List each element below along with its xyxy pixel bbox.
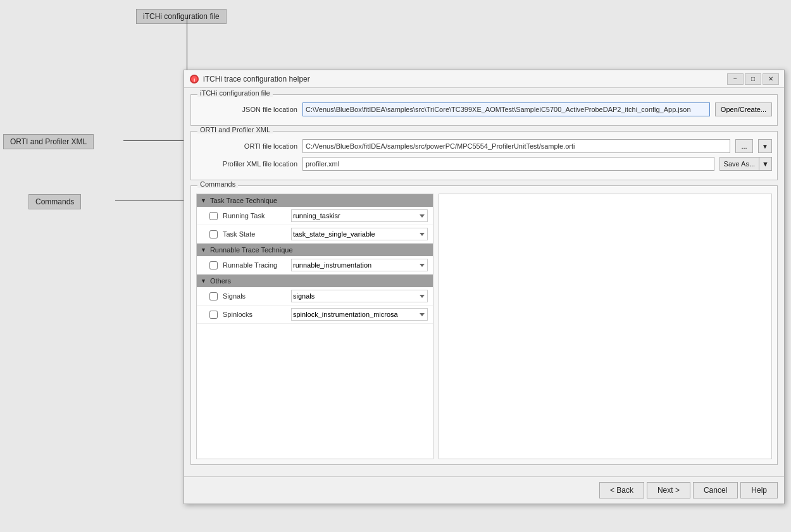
task-trace-group-label: Task Trace Technique [210,197,277,204]
runnable-trace-expand-icon: ▼ [201,247,206,253]
task-trace-group-header[interactable]: ▼ Task Trace Technique [197,194,433,207]
commands-tree-panel: ▼ Task Trace Technique Running Task runn… [196,194,433,459]
config-file-section: iTCHi configuration file JSON file locat… [190,94,778,126]
next-button[interactable]: Next > [647,482,690,498]
dialog-title: iTCHi trace configuration helper [203,75,310,84]
running-task-checkbox[interactable] [209,212,218,220]
others-group-header[interactable]: ▼ Others [197,275,433,287]
save-as-arrow-icon[interactable]: ▼ [759,158,771,170]
runnable-trace-group-header[interactable]: ▼ Runnable Trace Technique [197,244,433,256]
callout-commands: Commands [28,194,81,209]
runnable-tracing-select[interactable]: runnable_instrumentation [291,259,428,271]
commands-section: Commands ▼ Task Trace Technique Running … [190,185,778,465]
dialog-controls: − □ ✕ [727,73,779,85]
spinlocks-checkbox[interactable] [209,311,218,319]
json-file-row: JSON file location Open/Create... [196,102,772,116]
maximize-button[interactable]: □ [745,73,761,85]
app-icon: i [189,74,199,84]
orti-file-label: ORTI file location [196,142,297,150]
profiler-file-row: Profiler XML file location Save As... ▼ [196,157,772,171]
config-file-content: JSON file location Open/Create... [191,95,777,125]
open-create-button[interactable]: Open/Create... [715,102,772,116]
callout-config-file: iTCHi configuration file [136,9,227,24]
orti-content: ORTI file location ... ▼ Profiler XML fi… [191,132,777,180]
dialog-title-left: i iTCHi trace configuration helper [189,74,310,84]
dialog-body: iTCHi configuration file JSON file locat… [184,88,784,476]
others-group-label: Others [210,277,231,285]
orti-legend: ORTI and Profiler XML [197,126,273,133]
runnable-tracing-label: Runnable Tracing [223,261,286,269]
minimize-button[interactable]: − [727,73,744,85]
orti-section: ORTI and Profiler XML ORTI file location… [190,131,778,180]
signals-checkbox[interactable] [209,292,218,300]
runnable-tracing-checkbox[interactable] [209,261,218,269]
task-state-label: Task State [223,230,286,238]
callout-orti: ORTI and Profiler XML [3,134,94,149]
task-state-select[interactable]: task_state_single_variable [291,228,428,240]
main-dialog: i iTCHi trace configuration helper − □ ✕… [184,70,785,504]
running-task-select[interactable]: running_taskisr [291,209,428,222]
orti-dropdown-button[interactable]: ▼ [758,139,772,153]
running-task-label: Running Task [223,212,286,220]
callout-commands-line [115,201,191,201]
commands-legend: Commands [197,180,238,188]
profiler-file-label: Profiler XML file location [196,160,297,168]
svg-text:i: i [194,77,195,83]
task-trace-expand-icon: ▼ [201,197,206,204]
spinlocks-select[interactable]: spinlock_instrumentation_microsa [291,308,428,321]
save-as-button[interactable]: Save As... ▼ [719,157,772,171]
spinlocks-label: Spinlocks [223,311,286,318]
tree-item-spinlocks: Spinlocks spinlock_instrumentation_micro… [197,306,433,324]
others-expand-icon: ▼ [201,278,206,284]
json-file-label: JSON file location [196,106,297,113]
json-file-input[interactable] [302,102,710,116]
runnable-trace-group-label: Runnable Trace Technique [210,246,293,254]
cancel-button[interactable]: Cancel [693,482,738,498]
tree-item-task-state: Task State task_state_single_variable [197,225,433,244]
commands-body: ▼ Task Trace Technique Running Task runn… [191,186,777,464]
close-button[interactable]: ✕ [763,73,779,85]
task-state-checkbox[interactable] [209,230,218,238]
save-as-label: Save As... [720,158,760,170]
back-button[interactable]: < Back [599,482,644,498]
signals-select[interactable]: signals [291,290,428,302]
signals-label: Signals [223,292,286,300]
tree-item-runnable-tracing: Runnable Tracing runnable_instrumentatio… [197,256,433,275]
orti-browse-button[interactable]: ... [735,139,753,153]
tree-item-signals: Signals signals [197,287,433,306]
dialog-footer: < Back Next > Cancel Help [184,476,784,504]
tree-item-running-task: Running Task running_taskisr [197,207,433,225]
help-button[interactable]: Help [740,482,778,498]
profiler-file-input[interactable] [302,157,714,171]
orti-file-row: ORTI file location ... ▼ [196,139,772,153]
commands-detail-panel [439,194,772,459]
callout-orti-line [123,140,190,141]
config-file-legend: iTCHi configuration file [197,89,273,97]
orti-file-input[interactable] [302,139,730,153]
dialog-titlebar: i iTCHi trace configuration helper − □ ✕ [184,70,784,88]
